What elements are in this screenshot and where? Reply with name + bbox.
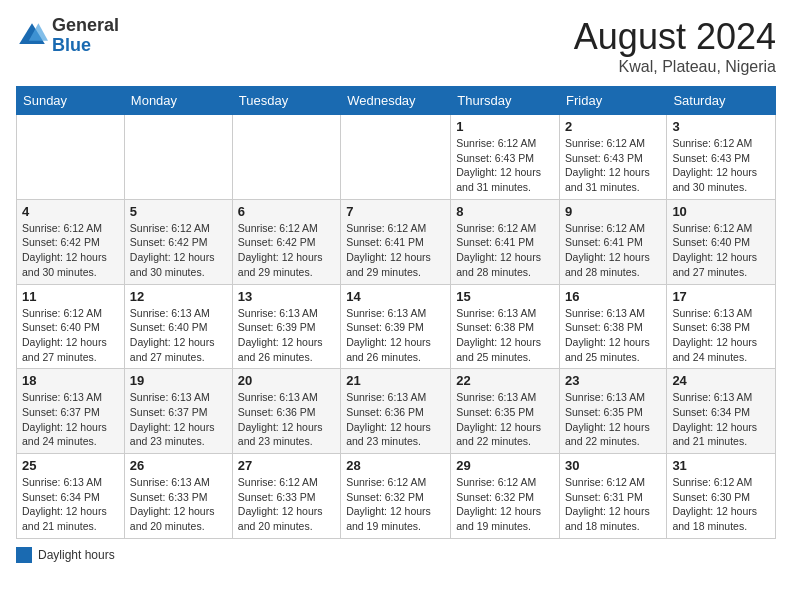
day-number: 30: [565, 458, 661, 473]
legend: Daylight hours: [16, 547, 776, 563]
day-number: 19: [130, 373, 227, 388]
calendar-cell: 15Sunrise: 6:13 AM Sunset: 6:38 PM Dayli…: [451, 284, 560, 369]
day-info: Sunrise: 6:13 AM Sunset: 6:36 PM Dayligh…: [346, 390, 445, 449]
calendar-cell: 2Sunrise: 6:12 AM Sunset: 6:43 PM Daylig…: [560, 115, 667, 200]
day-info: Sunrise: 6:12 AM Sunset: 6:40 PM Dayligh…: [22, 306, 119, 365]
day-info: Sunrise: 6:12 AM Sunset: 6:43 PM Dayligh…: [456, 136, 554, 195]
calendar-cell: 30Sunrise: 6:12 AM Sunset: 6:31 PM Dayli…: [560, 454, 667, 539]
calendar-cell: 8Sunrise: 6:12 AM Sunset: 6:41 PM Daylig…: [451, 199, 560, 284]
day-number: 31: [672, 458, 770, 473]
day-number: 24: [672, 373, 770, 388]
calendar-header-tuesday: Tuesday: [232, 87, 340, 115]
day-info: Sunrise: 6:13 AM Sunset: 6:33 PM Dayligh…: [130, 475, 227, 534]
calendar-header-wednesday: Wednesday: [341, 87, 451, 115]
calendar-cell: 24Sunrise: 6:13 AM Sunset: 6:34 PM Dayli…: [667, 369, 776, 454]
sub-title: Kwal, Plateau, Nigeria: [574, 58, 776, 76]
day-number: 1: [456, 119, 554, 134]
calendar-cell: 5Sunrise: 6:12 AM Sunset: 6:42 PM Daylig…: [124, 199, 232, 284]
calendar-header-thursday: Thursday: [451, 87, 560, 115]
day-number: 26: [130, 458, 227, 473]
calendar-week-row: 4Sunrise: 6:12 AM Sunset: 6:42 PM Daylig…: [17, 199, 776, 284]
day-number: 7: [346, 204, 445, 219]
calendar-cell: [232, 115, 340, 200]
day-info: Sunrise: 6:13 AM Sunset: 6:36 PM Dayligh…: [238, 390, 335, 449]
calendar-cell: 18Sunrise: 6:13 AM Sunset: 6:37 PM Dayli…: [17, 369, 125, 454]
day-number: 5: [130, 204, 227, 219]
calendar-cell: [341, 115, 451, 200]
day-number: 21: [346, 373, 445, 388]
day-info: Sunrise: 6:12 AM Sunset: 6:43 PM Dayligh…: [672, 136, 770, 195]
legend-color-box: [16, 547, 32, 563]
day-info: Sunrise: 6:13 AM Sunset: 6:39 PM Dayligh…: [238, 306, 335, 365]
day-number: 12: [130, 289, 227, 304]
calendar-cell: 9Sunrise: 6:12 AM Sunset: 6:41 PM Daylig…: [560, 199, 667, 284]
day-number: 9: [565, 204, 661, 219]
calendar-header-friday: Friday: [560, 87, 667, 115]
day-number: 8: [456, 204, 554, 219]
day-number: 6: [238, 204, 335, 219]
day-info: Sunrise: 6:13 AM Sunset: 6:35 PM Dayligh…: [565, 390, 661, 449]
calendar-week-row: 1Sunrise: 6:12 AM Sunset: 6:43 PM Daylig…: [17, 115, 776, 200]
logo-icon: [16, 20, 48, 52]
day-number: 14: [346, 289, 445, 304]
calendar-cell: 14Sunrise: 6:13 AM Sunset: 6:39 PM Dayli…: [341, 284, 451, 369]
calendar-cell: 28Sunrise: 6:12 AM Sunset: 6:32 PM Dayli…: [341, 454, 451, 539]
day-info: Sunrise: 6:13 AM Sunset: 6:37 PM Dayligh…: [22, 390, 119, 449]
calendar-header-sunday: Sunday: [17, 87, 125, 115]
day-info: Sunrise: 6:12 AM Sunset: 6:42 PM Dayligh…: [130, 221, 227, 280]
day-number: 27: [238, 458, 335, 473]
day-info: Sunrise: 6:12 AM Sunset: 6:31 PM Dayligh…: [565, 475, 661, 534]
calendar-cell: 16Sunrise: 6:13 AM Sunset: 6:38 PM Dayli…: [560, 284, 667, 369]
calendar-cell: 3Sunrise: 6:12 AM Sunset: 6:43 PM Daylig…: [667, 115, 776, 200]
calendar-cell: 19Sunrise: 6:13 AM Sunset: 6:37 PM Dayli…: [124, 369, 232, 454]
calendar-cell: 31Sunrise: 6:12 AM Sunset: 6:30 PM Dayli…: [667, 454, 776, 539]
calendar-cell: 23Sunrise: 6:13 AM Sunset: 6:35 PM Dayli…: [560, 369, 667, 454]
title-area: August 2024 Kwal, Plateau, Nigeria: [574, 16, 776, 76]
day-info: Sunrise: 6:12 AM Sunset: 6:32 PM Dayligh…: [456, 475, 554, 534]
day-number: 3: [672, 119, 770, 134]
calendar-cell: 12Sunrise: 6:13 AM Sunset: 6:40 PM Dayli…: [124, 284, 232, 369]
day-number: 2: [565, 119, 661, 134]
day-info: Sunrise: 6:13 AM Sunset: 6:34 PM Dayligh…: [22, 475, 119, 534]
day-number: 13: [238, 289, 335, 304]
legend-label: Daylight hours: [38, 548, 115, 562]
calendar-cell: 26Sunrise: 6:13 AM Sunset: 6:33 PM Dayli…: [124, 454, 232, 539]
calendar-header-monday: Monday: [124, 87, 232, 115]
calendar-cell: 10Sunrise: 6:12 AM Sunset: 6:40 PM Dayli…: [667, 199, 776, 284]
main-title: August 2024: [574, 16, 776, 58]
calendar-cell: 13Sunrise: 6:13 AM Sunset: 6:39 PM Dayli…: [232, 284, 340, 369]
day-number: 17: [672, 289, 770, 304]
day-number: 20: [238, 373, 335, 388]
day-number: 10: [672, 204, 770, 219]
calendar-cell: [17, 115, 125, 200]
day-number: 15: [456, 289, 554, 304]
calendar-cell: 7Sunrise: 6:12 AM Sunset: 6:41 PM Daylig…: [341, 199, 451, 284]
day-info: Sunrise: 6:12 AM Sunset: 6:43 PM Dayligh…: [565, 136, 661, 195]
day-info: Sunrise: 6:13 AM Sunset: 6:34 PM Dayligh…: [672, 390, 770, 449]
day-info: Sunrise: 6:12 AM Sunset: 6:40 PM Dayligh…: [672, 221, 770, 280]
day-info: Sunrise: 6:13 AM Sunset: 6:37 PM Dayligh…: [130, 390, 227, 449]
day-number: 23: [565, 373, 661, 388]
day-info: Sunrise: 6:12 AM Sunset: 6:32 PM Dayligh…: [346, 475, 445, 534]
calendar-week-row: 25Sunrise: 6:13 AM Sunset: 6:34 PM Dayli…: [17, 454, 776, 539]
logo: General Blue: [16, 16, 119, 56]
header: General Blue August 2024 Kwal, Plateau, …: [16, 16, 776, 76]
day-number: 25: [22, 458, 119, 473]
day-info: Sunrise: 6:13 AM Sunset: 6:38 PM Dayligh…: [672, 306, 770, 365]
calendar-table: SundayMondayTuesdayWednesdayThursdayFrid…: [16, 86, 776, 539]
day-info: Sunrise: 6:13 AM Sunset: 6:38 PM Dayligh…: [565, 306, 661, 365]
day-number: 16: [565, 289, 661, 304]
calendar-header-saturday: Saturday: [667, 87, 776, 115]
day-number: 18: [22, 373, 119, 388]
day-info: Sunrise: 6:12 AM Sunset: 6:42 PM Dayligh…: [22, 221, 119, 280]
day-info: Sunrise: 6:12 AM Sunset: 6:41 PM Dayligh…: [456, 221, 554, 280]
day-number: 11: [22, 289, 119, 304]
calendar-cell: 21Sunrise: 6:13 AM Sunset: 6:36 PM Dayli…: [341, 369, 451, 454]
calendar-week-row: 11Sunrise: 6:12 AM Sunset: 6:40 PM Dayli…: [17, 284, 776, 369]
calendar-cell: 29Sunrise: 6:12 AM Sunset: 6:32 PM Dayli…: [451, 454, 560, 539]
day-info: Sunrise: 6:13 AM Sunset: 6:40 PM Dayligh…: [130, 306, 227, 365]
calendar-cell: 11Sunrise: 6:12 AM Sunset: 6:40 PM Dayli…: [17, 284, 125, 369]
day-info: Sunrise: 6:12 AM Sunset: 6:41 PM Dayligh…: [346, 221, 445, 280]
day-info: Sunrise: 6:13 AM Sunset: 6:39 PM Dayligh…: [346, 306, 445, 365]
calendar-cell: [124, 115, 232, 200]
